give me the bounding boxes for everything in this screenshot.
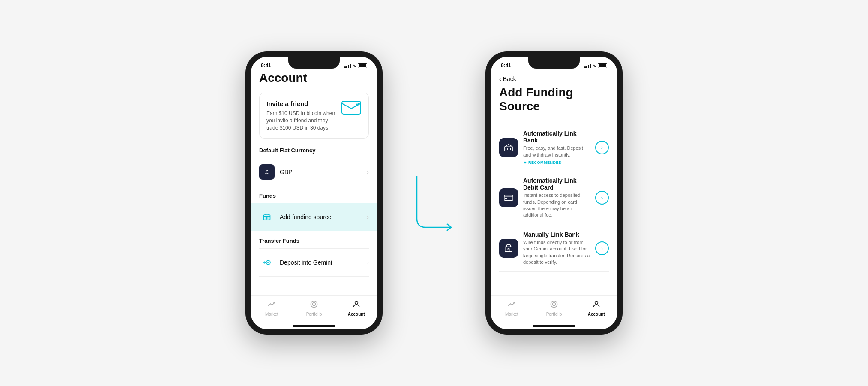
phone-1: 9:41 ∿ Account: [245, 51, 383, 335]
phone-notch: [288, 57, 340, 69]
svg-line-19: [509, 250, 510, 251]
auto-bank-icon: [499, 138, 518, 157]
chevron-icon-2: ›: [601, 195, 603, 201]
time-1: 9:41: [261, 63, 271, 69]
add-funding-chevron: ›: [367, 214, 369, 220]
invite-desc: Earn $10 USD in bitcoin when you invite …: [266, 110, 338, 131]
chevron-icon-3: ›: [601, 245, 603, 252]
auto-bank-title: Automatically Link Bank: [523, 130, 590, 144]
svg-point-6: [311, 301, 317, 308]
phone-1-content: Account Invite a friend Earn $10 USD in …: [251, 71, 377, 295]
scene: 9:41 ∿ Account: [245, 51, 623, 335]
tab-market-label-2: Market: [505, 312, 518, 317]
phone-2-screen: 9:41 ∿ ‹ Back: [491, 57, 617, 329]
currency-label: GBP: [280, 169, 367, 175]
invite-title: Invite a friend: [266, 100, 338, 107]
market-icon-1: [267, 300, 276, 311]
funding-item-auto-bank[interactable]: Automatically Link Bank Free, easy, and …: [499, 124, 609, 171]
account-icon-2: [592, 300, 601, 311]
currency-symbol: £: [265, 169, 269, 175]
funding-item-manual-bank[interactable]: Manually Link Bank Wire funds directly t…: [499, 225, 609, 272]
svg-rect-14: [504, 195, 513, 201]
arrow-connector: [408, 150, 460, 236]
deposit-item[interactable]: Deposit into Gemini ›: [259, 248, 369, 277]
funds-section-label: Funds: [259, 193, 369, 199]
status-icons-2: ∿: [584, 63, 607, 68]
portfolio-icon-1: [310, 300, 318, 311]
fiat-chevron: ›: [367, 169, 369, 175]
tab-market-2[interactable]: Market: [491, 300, 533, 317]
svg-point-7: [313, 303, 316, 306]
transfer-section-label: Transfer Funds: [259, 238, 369, 244]
manual-bank-chevron[interactable]: ›: [595, 241, 609, 255]
tab-portfolio-label-2: Portfolio: [546, 312, 562, 317]
phone-2-content: Add FundingSource Au: [491, 86, 617, 295]
portfolio-icon-2: [550, 300, 558, 311]
fiat-currency-item[interactable]: £ GBP ›: [259, 158, 369, 186]
chevron-icon-1: ›: [601, 144, 603, 151]
fiat-section-label: Default Fiat Currency: [259, 147, 369, 154]
tab-bar-2: Market Portfolio: [491, 295, 617, 325]
tab-account-label-1: Account: [348, 312, 365, 317]
back-label: Back: [503, 75, 516, 82]
recommended-star: ★: [523, 160, 527, 165]
status-icons-1: ∿: [344, 63, 367, 68]
debit-card-icon: [499, 188, 518, 207]
invite-card-text: Invite a friend Earn $10 USD in bitcoin …: [266, 100, 338, 131]
market-icon-2: [507, 300, 516, 311]
manual-bank-icon: [499, 239, 518, 258]
debit-card-title: Automatically Link Debit Card: [523, 177, 590, 191]
svg-point-8: [355, 301, 358, 304]
deposit-icon: [259, 255, 275, 270]
gbp-icon: £: [259, 164, 275, 180]
time-2: 9:41: [501, 63, 511, 69]
invite-icon: [341, 100, 362, 115]
tab-account-2[interactable]: Account: [575, 300, 617, 317]
debit-card-text: Automatically Link Debit Card Instant ac…: [523, 177, 590, 219]
manual-bank-text: Manually Link Bank Wire funds directly t…: [523, 231, 590, 266]
debit-card-chevron[interactable]: ›: [595, 191, 609, 205]
wifi-icon-1: ∿: [353, 63, 356, 68]
svg-point-20: [551, 301, 557, 308]
page-title-1: Account: [259, 71, 369, 85]
battery-1: [358, 63, 367, 68]
battery-2: [598, 63, 607, 68]
auto-bank-text: Automatically Link Bank Free, easy, and …: [523, 130, 590, 165]
manual-bank-desc: Wire funds directly to or from your Gemi…: [523, 239, 590, 266]
svg-rect-16: [505, 198, 507, 199]
tab-portfolio-1[interactable]: Portfolio: [293, 300, 335, 317]
tab-portfolio-label-1: Portfolio: [306, 312, 322, 317]
back-chevron-icon: ‹: [499, 75, 501, 82]
tab-market-1[interactable]: Market: [251, 300, 293, 317]
recommended-text: RECOMMENDED: [528, 160, 562, 165]
signal-bars-2: [584, 63, 591, 68]
svg-rect-17: [505, 247, 512, 251]
svg-point-18: [508, 248, 509, 250]
tab-account-1[interactable]: Account: [335, 300, 377, 317]
debit-card-desc: Instant access to deposited funds. Depen…: [523, 192, 590, 219]
tab-market-label-1: Market: [265, 312, 278, 317]
auto-bank-desc: Free, easy, and fast. Deposit and withdr…: [523, 145, 590, 158]
add-funding-icon: [259, 209, 275, 225]
signal-bars-1: [344, 63, 351, 68]
deposit-chevron: ›: [367, 259, 369, 266]
funding-item-debit-card[interactable]: Automatically Link Debit Card Instant ac…: [499, 171, 609, 225]
phone-notch-2: [528, 57, 580, 69]
svg-point-22: [595, 301, 598, 304]
tab-account-label-2: Account: [588, 312, 605, 317]
deposit-label: Deposit into Gemini: [280, 259, 367, 266]
svg-point-21: [553, 303, 556, 306]
page-title-2: Add FundingSource: [499, 86, 609, 113]
account-icon-1: [352, 300, 361, 311]
phone-1-screen: 9:41 ∿ Account: [251, 57, 377, 329]
tab-bar-1: Market Portfolio: [251, 295, 377, 325]
auto-bank-chevron[interactable]: ›: [595, 141, 609, 154]
add-funding-item[interactable]: Add funding source ›: [251, 203, 377, 231]
phone-2: 9:41 ∿ ‹ Back: [485, 51, 623, 335]
invite-card: Invite a friend Earn $10 USD in bitcoin …: [259, 93, 369, 139]
home-indicator-1: [293, 325, 335, 327]
back-nav[interactable]: ‹ Back: [491, 71, 617, 86]
add-funding-label: Add funding source: [280, 214, 367, 220]
manual-bank-title: Manually Link Bank: [523, 231, 590, 238]
tab-portfolio-2[interactable]: Portfolio: [533, 300, 575, 317]
